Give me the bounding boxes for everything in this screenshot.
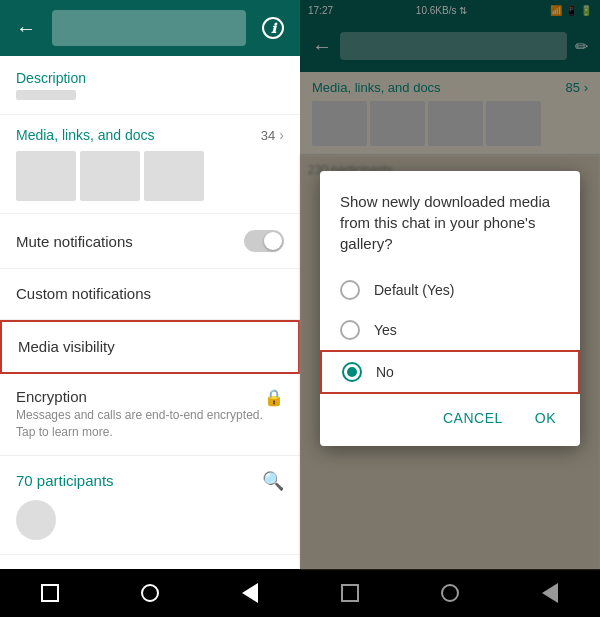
mute-label: Mute notifications bbox=[16, 233, 133, 250]
dialog-option-yes-label: Yes bbox=[374, 322, 397, 338]
back-arrow-icon[interactable]: ← bbox=[16, 17, 36, 40]
custom-notifications-label: Custom notifications bbox=[16, 285, 151, 302]
encryption-header: Encryption Messages and calls are end-to… bbox=[16, 388, 284, 441]
dialog-option-no[interactable]: No bbox=[320, 350, 580, 394]
cancel-button[interactable]: CANCEL bbox=[431, 402, 515, 434]
left-header: ← ℹ bbox=[0, 0, 300, 56]
encryption-text: Encryption Messages and calls are end-to… bbox=[16, 388, 264, 441]
nav-square-icon bbox=[41, 584, 59, 602]
encryption-desc: Messages and calls are end-to-end encryp… bbox=[16, 407, 264, 441]
nav-home-btn[interactable] bbox=[138, 581, 162, 605]
nav-circle-icon bbox=[141, 584, 159, 602]
participants-label: 70 participants bbox=[16, 472, 114, 489]
media-chevron-icon: › bbox=[279, 127, 284, 143]
dialog-option-yes[interactable]: Yes bbox=[320, 310, 580, 350]
radio-no[interactable] bbox=[342, 362, 362, 382]
participants-header: 70 participants 🔍 bbox=[16, 470, 284, 492]
media-thumb-2 bbox=[80, 151, 140, 201]
dialog-title: Show newly downloaded media from this ch… bbox=[320, 191, 580, 270]
description-section: Description bbox=[0, 56, 300, 115]
media-links-section[interactable]: Media, links, and docs 34 › bbox=[0, 115, 300, 214]
media-visibility-dialog: Show newly downloaded media from this ch… bbox=[320, 171, 580, 446]
dialog-overlay: Show newly downloaded media from this ch… bbox=[300, 0, 600, 617]
participant-avatar bbox=[16, 500, 56, 540]
mute-toggle[interactable] bbox=[244, 230, 284, 252]
media-visibility-row[interactable]: Media visibility bbox=[0, 320, 300, 374]
right-panel: 17:27 10.6KB/s ⇅ 📶 📱 🔋 ← ✏ Media, links,… bbox=[300, 0, 600, 617]
dialog-option-default-label: Default (Yes) bbox=[374, 282, 454, 298]
media-visibility-label: Media visibility bbox=[18, 338, 115, 355]
dialog-option-default[interactable]: Default (Yes) bbox=[320, 270, 580, 310]
radio-yes[interactable] bbox=[340, 320, 360, 340]
mute-notifications-row[interactable]: Mute notifications bbox=[0, 214, 300, 269]
description-label: Description bbox=[16, 70, 284, 86]
media-thumb-3 bbox=[144, 151, 204, 201]
media-thumbnails bbox=[16, 151, 284, 201]
left-panel: ← ℹ Description Media, links, and docs 3… bbox=[0, 0, 300, 617]
participants-list bbox=[16, 500, 284, 540]
nav-recent-apps-btn[interactable] bbox=[38, 581, 62, 605]
encryption-row[interactable]: Encryption Messages and calls are end-to… bbox=[0, 374, 300, 456]
media-section-header: Media, links, and docs 34 › bbox=[16, 127, 284, 143]
encryption-label: Encryption bbox=[16, 388, 264, 405]
dialog-actions: CANCEL OK bbox=[320, 394, 580, 438]
radio-default[interactable] bbox=[340, 280, 360, 300]
radio-no-inner bbox=[347, 367, 357, 377]
media-count: 34 bbox=[261, 128, 275, 143]
custom-notifications-row[interactable]: Custom notifications bbox=[0, 269, 300, 320]
info-icon[interactable]: ℹ bbox=[262, 17, 284, 39]
nav-back-btn[interactable] bbox=[238, 581, 262, 605]
participants-row: 70 participants 🔍 bbox=[0, 456, 300, 555]
media-thumb-1 bbox=[16, 151, 76, 201]
dialog-option-no-label: No bbox=[376, 364, 394, 380]
lock-icon: 🔒 bbox=[264, 388, 284, 407]
search-icon[interactable]: 🔍 bbox=[262, 470, 284, 492]
ok-button[interactable]: OK bbox=[523, 402, 568, 434]
contact-name-blur bbox=[52, 10, 246, 46]
media-links-label: Media, links, and docs bbox=[16, 127, 155, 143]
left-content: Description Media, links, and docs 34 › … bbox=[0, 56, 300, 569]
nav-triangle-icon bbox=[242, 583, 258, 603]
left-bottom-nav bbox=[0, 569, 300, 617]
description-value-blur bbox=[16, 90, 76, 100]
